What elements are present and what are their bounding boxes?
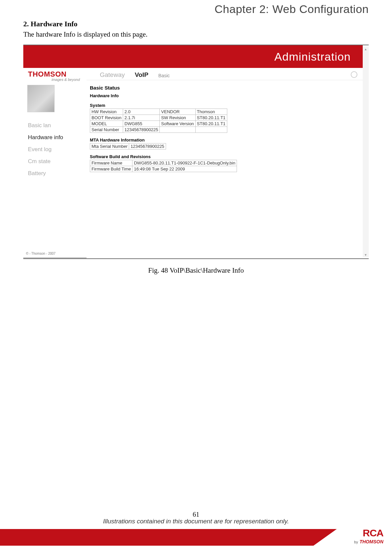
content-title: Basic Status bbox=[90, 85, 359, 91]
table-row: Firmware Name DWG855-80.20.11.T1-090922-… bbox=[90, 160, 237, 166]
table-row: Firmware Build Time 16:49:08 Tue Sep 22 … bbox=[90, 166, 237, 172]
system-table: HW Revision 2.0 VENDOR Thomson BOOT Revi… bbox=[90, 109, 227, 133]
footer-bar bbox=[0, 529, 392, 546]
screenshot-frame: ▴ ▾ Administration THOMSON images & beyo… bbox=[23, 45, 369, 259]
tab-voip[interactable]: VoIP bbox=[135, 71, 148, 80]
refresh-icon[interactable] bbox=[351, 71, 357, 78]
footer-maker: THOMSON bbox=[359, 539, 383, 544]
body-text: The hardware Info is displayed on this p… bbox=[23, 30, 369, 39]
footer-by: by bbox=[354, 540, 358, 544]
banner: Administration bbox=[23, 45, 363, 68]
main-area: Gateway VoIP Basic Basic Status Hardware… bbox=[87, 68, 363, 258]
banner-title: Administration bbox=[275, 50, 351, 63]
scrollbar[interactable]: ▴ ▾ bbox=[363, 46, 369, 257]
table-row: HW Revision 2.0 VENDOR Thomson bbox=[90, 109, 227, 115]
tab-gateway[interactable]: Gateway bbox=[100, 71, 125, 80]
figure-caption: Fig. 48 VoIP\Basic\Hardware Info bbox=[23, 266, 369, 275]
decorative-image bbox=[27, 85, 55, 112]
build-table: Firmware Name DWG855-80.20.11.T1-090922-… bbox=[90, 160, 237, 172]
subtab-basic[interactable]: Basic bbox=[158, 73, 170, 80]
left-column: THOMSON images & beyond Basic lan Hardwa… bbox=[23, 68, 87, 258]
table-row: BOOT Revision 2.1.7i SW Revision ST80.20… bbox=[90, 115, 227, 121]
table-row: Serial Number 12345678900225 bbox=[90, 127, 227, 133]
copyright: © - Thomson - 2007 bbox=[26, 252, 56, 255]
page-footer: 61 Illustrations contained in this docum… bbox=[0, 511, 392, 548]
page-number: 61 bbox=[0, 511, 392, 518]
scroll-down-icon[interactable]: ▾ bbox=[364, 253, 368, 257]
footer-brand: RCA bbox=[363, 527, 383, 538]
section-heading: 2. Hardware Info bbox=[23, 20, 369, 28]
content-subtitle: Hardware Info bbox=[90, 93, 359, 98]
sidebar-item-basic-lan[interactable]: Basic lan bbox=[23, 120, 87, 132]
table-row: Mta Serial Number 12345678900225 bbox=[90, 143, 166, 149]
scroll-up-icon[interactable]: ▴ bbox=[364, 47, 368, 51]
mta-table-header: MTA Hardware Information bbox=[90, 137, 359, 142]
footer-disclaimer: Illustrations contained in this document… bbox=[0, 518, 392, 525]
sidebar-item-cm-state[interactable]: Cm state bbox=[23, 155, 87, 167]
sidebar-item-hardware-info[interactable]: Hardware info bbox=[23, 132, 87, 143]
mta-table: Mta Serial Number 12345678900225 bbox=[90, 143, 166, 149]
tab-bar: Gateway VoIP Basic bbox=[87, 68, 363, 80]
table-row: MODEL DWG855 Software Version ST80.20.11… bbox=[90, 121, 227, 127]
system-table-header: System bbox=[90, 103, 359, 108]
chapter-title: Chapter 2: Web Configuration bbox=[23, 0, 369, 16]
build-table-header: Software Build and Revisions bbox=[90, 154, 359, 159]
sidebar-item-battery[interactable]: Battery bbox=[23, 167, 87, 179]
logo: THOMSON images & beyond bbox=[28, 70, 87, 82]
footer-logo: RCA by THOMSON bbox=[354, 527, 383, 545]
side-nav: Basic lan Hardware info Event log Cm sta… bbox=[23, 120, 87, 179]
sidebar-item-event-log[interactable]: Event log bbox=[23, 143, 87, 155]
